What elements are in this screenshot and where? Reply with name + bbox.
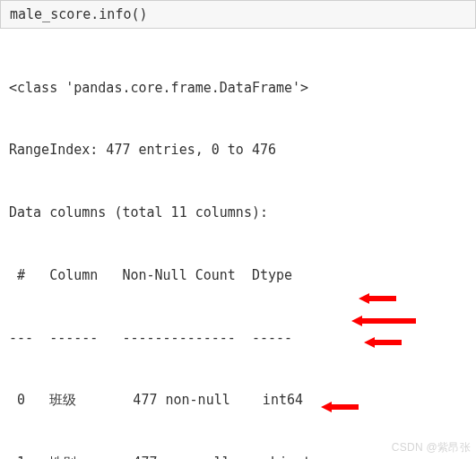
code-input-cell[interactable]: male_score.info() (0, 0, 476, 29)
table-divider-line: --- ------ -------------- ----- (9, 328, 467, 349)
arrow-icon (351, 273, 416, 368)
range-index-line: RangeIndex: 477 entries, 0 to 476 (9, 140, 467, 160)
columns-header-line: Data columns (total 11 columns): (9, 203, 467, 223)
table-row: 0 班级 477 non-null int64 (9, 390, 467, 411)
output-area: <class 'pandas.core.frame.DataFrame'> Ra… (0, 29, 476, 459)
svg-marker-1 (351, 316, 416, 326)
code-text: male_score.info() (10, 6, 148, 22)
watermark-text: CSDN @紫昂张 (392, 440, 471, 455)
table-header-line: # Column Non-Null Count Dtype (9, 265, 467, 286)
class-line: <class 'pandas.core.frame.DataFrame'> (9, 78, 467, 99)
svg-marker-0 (359, 293, 396, 304)
